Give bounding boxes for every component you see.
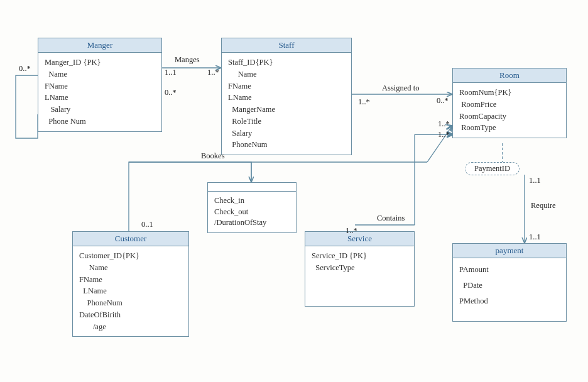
attr: LName	[228, 92, 345, 104]
attr: Name	[228, 68, 345, 80]
attr: PhoneNum	[79, 297, 182, 309]
mult: 1..*	[207, 68, 219, 77]
assoc-booking-head	[208, 183, 296, 192]
attr: RoomType	[459, 122, 560, 134]
attr: /DurationOfStay	[214, 217, 290, 229]
rel-require: Require	[531, 201, 556, 210]
entity-staff-title: Staff	[222, 38, 351, 53]
entity-manager: Manger Manger_ID {PK} Name FName LName S…	[38, 38, 162, 132]
attr: Salary	[45, 104, 155, 116]
attr: PhoneNum	[228, 139, 345, 151]
attr: ServiceType	[312, 262, 408, 274]
attr: RoomPrice	[459, 99, 560, 111]
attr: Phone Num	[45, 116, 155, 128]
attr: PMethod	[459, 293, 560, 309]
attr: PAmount	[459, 262, 560, 278]
entity-staff-attrs: Staff_ID{PK} Name FName LName MangerName…	[222, 53, 351, 155]
entity-room-attrs: RoomNum{PK} RoomPrice RoomCapacity RoomT…	[453, 83, 566, 138]
entity-room-title: Room	[453, 68, 566, 83]
attr: Customer_ID{PK}	[79, 250, 182, 262]
entity-payment: payment PAmount PDate PMethod	[452, 243, 567, 322]
mult: 1..*	[358, 97, 370, 107]
entity-service-title: Service	[305, 232, 414, 246]
mult: 1..1	[529, 176, 541, 185]
attr: FName	[45, 80, 155, 92]
attr: Staff_ID{PK}	[228, 57, 345, 68]
assoc-booking: Check_in Check_out /DurationOfStay	[207, 182, 297, 233]
attr: Name	[45, 68, 155, 80]
assoc-class-paymentid: PaymentID	[465, 162, 520, 175]
mult: 1..*	[438, 119, 450, 129]
attr: RoleTitle	[228, 116, 345, 128]
entity-payment-attrs: PAmount PDate PMethod	[453, 258, 566, 321]
mult: 0..*	[19, 64, 31, 74]
entity-customer-attrs: Customer_ID{PK} Name FName LName PhoneNu…	[73, 246, 188, 336]
attr: PDate	[459, 278, 560, 293]
mult: 1..1	[529, 232, 541, 242]
entity-staff: Staff Staff_ID{PK} Name FName LName Mang…	[221, 38, 352, 155]
attr: Service_ID {PK}	[312, 250, 408, 262]
rel-assigned: Assigned to	[382, 84, 419, 93]
entity-manager-attrs: Manger_ID {PK} Name FName LName Salary P…	[38, 53, 161, 131]
entity-customer-title: Customer	[73, 232, 188, 246]
attr: MangerName	[228, 104, 345, 116]
rel-contains: Contains	[377, 214, 405, 223]
attr: DateOfBirith	[79, 309, 182, 321]
attr: RoomNum{PK}	[459, 87, 560, 99]
attr: Salary	[228, 128, 345, 139]
entity-service: Service Service_ID {PK} ServiceType	[305, 231, 415, 307]
entity-customer: Customer Customer_ID{PK} Name FName LNam…	[72, 231, 189, 337]
mult: 0..*	[165, 88, 177, 97]
attr: FName	[228, 80, 345, 92]
entity-payment-title: payment	[453, 244, 566, 258]
mult: 1..*	[346, 226, 357, 236]
mult: 0..*	[437, 96, 449, 106]
rel-bookes: Bookes	[201, 151, 225, 161]
attr: Check_out	[214, 207, 290, 218]
attr: FName	[79, 274, 182, 286]
assoc-booking-body: Check_in Check_out /DurationOfStay	[208, 192, 296, 232]
attr: Check_in	[214, 195, 290, 207]
attr: Manger_ID {PK}	[45, 57, 155, 68]
attr: RoomCapacity	[459, 111, 560, 123]
attr: Name	[79, 262, 182, 274]
mult: 1..*	[438, 130, 450, 139]
mult: 0..1	[141, 220, 153, 229]
entity-service-attrs: Service_ID {PK} ServiceType	[305, 246, 414, 306]
attr: LName	[79, 285, 182, 297]
attr: /age	[79, 321, 182, 333]
rel-manages: Manges	[175, 55, 200, 65]
mult: 1..1	[165, 68, 177, 77]
attr: LName	[45, 92, 155, 104]
entity-room: Room RoomNum{PK} RoomPrice RoomCapacity …	[452, 68, 567, 138]
entity-manager-title: Manger	[38, 38, 161, 53]
